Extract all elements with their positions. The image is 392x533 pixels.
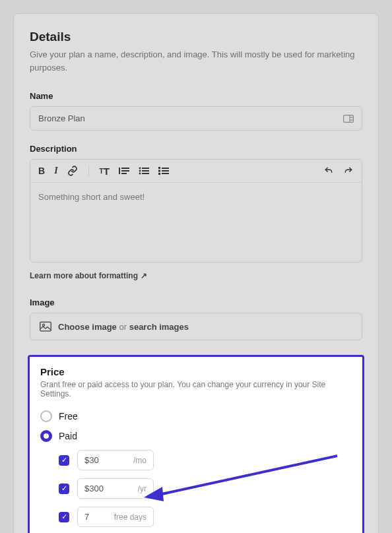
bold-button[interactable]: B — [38, 166, 45, 176]
paid-options: ✓ $30 /mo ✓ $300 /yr ✓ 7 free days — [59, 450, 352, 527]
image-picker[interactable]: Choose image or search images — [30, 313, 362, 340]
svg-rect-17 — [162, 170, 169, 172]
svg-rect-9 — [142, 168, 149, 169]
details-subtitle: Give your plan a name, description, and … — [30, 48, 362, 74]
svg-rect-13 — [142, 173, 149, 174]
svg-rect-4 — [119, 168, 120, 174]
choose-image-text: Choose image — [58, 322, 117, 332]
learn-more-link[interactable]: Learn more about formatting ↗ — [30, 271, 147, 280]
numbered-list-button[interactable] — [158, 166, 169, 175]
svg-rect-19 — [162, 173, 169, 174]
image-label: Image — [30, 298, 362, 307]
input-monthly[interactable]: $30 /mo — [77, 450, 154, 470]
price-row-monthly: ✓ $30 /mo — [59, 450, 352, 470]
price-row-yearly: ✓ $300 /yr — [59, 478, 352, 499]
checkbox-monthly[interactable]: ✓ — [59, 455, 69, 466]
svg-rect-6 — [121, 170, 129, 172]
svg-point-8 — [139, 168, 141, 170]
price-subtitle: Grant free or paid access to your plan. … — [40, 380, 352, 398]
quote-button[interactable] — [119, 166, 129, 175]
description-label: Description — [30, 144, 362, 154]
link-button[interactable] — [67, 166, 78, 176]
price-section: Price Grant free or paid access to your … — [28, 355, 364, 533]
svg-rect-20 — [40, 322, 51, 331]
svg-point-21 — [43, 324, 45, 326]
radio-free-label: Free — [59, 411, 78, 422]
input-trial[interactable]: 7 free days — [77, 507, 154, 527]
description-editor: B I TT — [30, 159, 362, 263]
checkbox-yearly[interactable]: ✓ — [59, 484, 69, 494]
svg-rect-0 — [344, 115, 354, 122]
svg-rect-15 — [162, 168, 169, 169]
name-label: Name — [30, 91, 362, 101]
italic-button[interactable]: I — [54, 166, 57, 176]
toolbar-separator — [88, 165, 89, 177]
svg-rect-18 — [158, 173, 160, 175]
input-yearly[interactable]: $300 /yr — [77, 478, 154, 499]
checkbox-trial[interactable]: ✓ — [59, 512, 69, 522]
radio-paid-label: Paid — [59, 431, 77, 441]
svg-rect-5 — [121, 168, 129, 169]
details-card: Details Give your plan a name, descripti… — [13, 13, 379, 533]
svg-rect-14 — [158, 167, 160, 169]
svg-rect-11 — [142, 170, 149, 172]
search-images-text: search images — [129, 322, 189, 332]
radio-free[interactable]: Free — [40, 410, 352, 422]
svg-point-10 — [139, 170, 141, 172]
details-title: Details — [30, 30, 362, 44]
name-input-value: Bronze Plan — [38, 113, 85, 123]
radio-free-control[interactable] — [40, 410, 52, 422]
external-link-icon: ↗ — [141, 271, 147, 280]
text-size-button[interactable]: TT — [100, 166, 110, 177]
svg-rect-16 — [158, 170, 160, 172]
svg-point-12 — [139, 173, 141, 175]
undo-button[interactable] — [323, 166, 334, 175]
card-icon — [343, 115, 354, 123]
name-input[interactable]: Bronze Plan — [30, 106, 362, 131]
image-or-text: or — [119, 322, 127, 332]
image-icon — [40, 321, 51, 332]
price-title: Price — [40, 366, 352, 377]
description-textarea[interactable]: Something short and sweet! — [30, 183, 362, 262]
price-row-trial: ✓ 7 free days — [59, 507, 352, 527]
radio-paid[interactable]: Paid — [40, 430, 352, 442]
editor-toolbar: B I TT — [30, 160, 362, 183]
svg-rect-7 — [121, 173, 127, 174]
redo-button[interactable] — [343, 166, 354, 175]
bullet-list-button[interactable] — [139, 166, 149, 175]
radio-paid-control[interactable] — [40, 430, 52, 442]
